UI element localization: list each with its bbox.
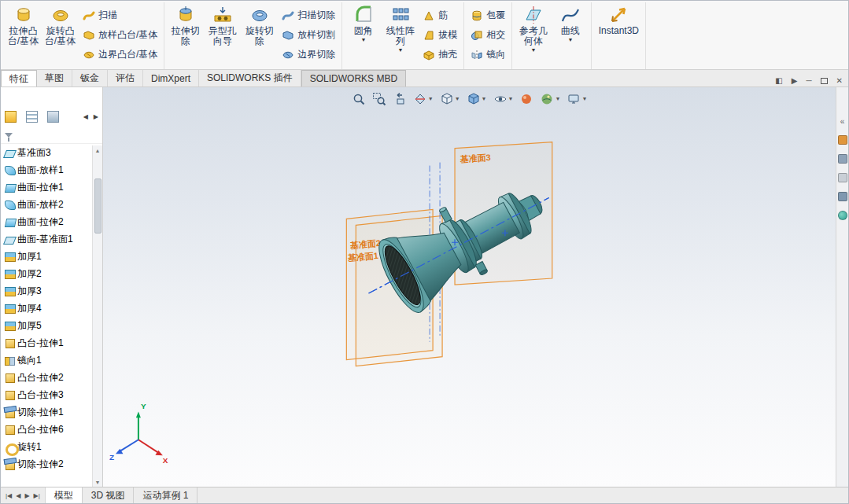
file-explorer-icon[interactable] (838, 173, 847, 182)
tree-item[interactable]: 凸台-拉伸3 (4, 386, 102, 403)
filter-icon[interactable] (5, 133, 13, 138)
tree-item[interactable]: 曲面-拉伸1 (4, 178, 102, 196)
tree-item[interactable]: 切除-拉伸2 (4, 455, 102, 473)
boundary-boss-label: 边界凸台/基体 (98, 48, 157, 61)
view-palette-icon[interactable] (838, 192, 847, 201)
revolve-feature-icon (4, 441, 16, 453)
graphics-area[interactable]: ▼ ▼ ▼ ▼ ▼ ▼ (103, 87, 836, 487)
edit-appearance-icon[interactable] (518, 91, 535, 107)
tree-item[interactable]: 加厚1 (4, 248, 102, 265)
hide-show-items-icon[interactable]: ▼ (492, 91, 515, 107)
reference-geometry-button[interactable]: 参考几 何体 ▼ (515, 3, 552, 66)
fillet-caret-icon[interactable]: ▼ (360, 37, 366, 43)
configurationmanager-icon[interactable] (47, 111, 59, 123)
minimize-icon[interactable]: ─ (807, 75, 812, 86)
mirror-icon (471, 49, 483, 61)
zoom-fit-icon[interactable] (350, 91, 367, 107)
swept-cut-icon (282, 9, 294, 22)
linear-pattern-button[interactable]: 线性阵 列 ▼ (382, 3, 419, 66)
propertymanager-icon[interactable] (26, 111, 38, 123)
instant3d-button[interactable]: Instant3D (594, 3, 643, 66)
featuremanager-tree-icon[interactable] (5, 111, 17, 123)
bottom-tab-motion-study[interactable]: 运动算例 1 (134, 487, 197, 503)
tree-item[interactable]: 曲面-放样2 (4, 196, 102, 213)
tab-features[interactable]: 特征 (1, 70, 37, 86)
nav-prev-icon[interactable]: ◀ (15, 492, 21, 499)
tree-item[interactable]: 加厚2 (4, 265, 102, 282)
restore-icon[interactable] (821, 78, 828, 84)
shell-button[interactable]: 抽壳 (420, 45, 460, 64)
panel-prev-icon[interactable]: ◀ (83, 113, 88, 120)
scrollbar-thumb[interactable] (94, 178, 102, 234)
reference-geometry-caret-icon[interactable]: ▼ (530, 47, 536, 53)
collapse-chevron-icon[interactable]: « (840, 117, 845, 126)
design-library-icon[interactable] (838, 154, 847, 164)
nav-last-icon[interactable]: ▶| (33, 492, 41, 499)
lofted-boss-icon (83, 29, 95, 42)
swept-cut-button[interactable]: 扫描切除 (279, 6, 338, 25)
fillet-button[interactable]: 圆角 ▼ (345, 3, 382, 66)
section-view-icon[interactable]: ▼ (412, 91, 435, 107)
tree-item[interactable]: 加厚4 (4, 300, 102, 317)
tree-item[interactable]: 加厚3 (4, 282, 102, 300)
zoom-area-icon[interactable] (371, 91, 388, 107)
bottom-tab-3d-views[interactable]: 3D 视图 (83, 487, 135, 503)
scroll-up-icon[interactable]: ▲ (95, 145, 101, 155)
tree-item[interactable]: 凸台-拉伸2 (4, 369, 102, 386)
tab-solidworks-addins[interactable]: SOLIDWORKS 插件 (199, 70, 301, 86)
boundary-cut-button[interactable]: 边界切除 (279, 45, 338, 64)
tab-evaluate[interactable]: 评估 (108, 70, 143, 86)
boundary-boss-button[interactable]: 边界凸台/基体 (80, 45, 160, 64)
tab-sheet-metal[interactable]: 钣金 (72, 70, 108, 86)
tree-item[interactable]: 曲面-放样1 (4, 161, 102, 178)
scroll-down-icon[interactable]: ▼ (95, 477, 101, 487)
display-style-icon[interactable]: ▼ (465, 91, 489, 107)
revolve-boss-button[interactable]: 旋转凸 台/基体 (42, 3, 79, 66)
panel-next-icon[interactable]: ▶ (94, 113, 98, 120)
tab-dimxpert[interactable]: DimXpert (143, 70, 199, 86)
plane-icon (4, 147, 16, 159)
tab-sketch[interactable]: 草图 (37, 70, 72, 86)
revolve-cut-button[interactable]: 旋转切 除 (241, 3, 278, 66)
rib-button[interactable]: 筋 (420, 6, 460, 25)
tab-solidworks-mbd[interactable]: SOLIDWORKS MBD (301, 70, 406, 86)
hole-wizard-button[interactable]: 异型孔 向导 (204, 3, 241, 66)
curves-caret-icon[interactable]: ▼ (567, 37, 573, 43)
nav-next-icon[interactable]: ▶ (24, 492, 30, 499)
tree-item[interactable]: 曲面-拉伸2 (4, 213, 102, 230)
wrap-icon (471, 9, 483, 22)
lofted-cut-button[interactable]: 放样切割 (279, 25, 338, 45)
previous-view-icon[interactable] (391, 91, 408, 107)
wrap-button[interactable]: 包覆 (468, 6, 508, 25)
apply-scene-icon[interactable]: ▼ (538, 91, 562, 107)
lofted-boss-button[interactable]: 放样凸台/基体 (80, 25, 160, 45)
tree-item[interactable]: 镜向1 (4, 351, 102, 369)
intersect-button[interactable]: 相交 (468, 25, 508, 45)
curves-button[interactable]: 曲线 ▼ (552, 3, 589, 66)
tree-item[interactable]: 凸台-拉伸6 (4, 421, 102, 438)
draft-button[interactable]: 拔模 (420, 25, 460, 45)
bottom-tab-model[interactable]: 模型 (46, 487, 83, 503)
pane-toggle-icon[interactable]: ◧ (775, 75, 782, 86)
tree-item[interactable]: 切除-拉伸1 (4, 403, 102, 421)
tree-item[interactable]: 曲面-基准面1 (4, 230, 102, 248)
nav-first-icon[interactable]: |◀ (5, 492, 13, 499)
resources-icon[interactable] (838, 135, 847, 145)
close-icon[interactable]: ✕ (836, 75, 843, 86)
tree-item[interactable]: 加厚5 (4, 317, 102, 334)
swept-boss-button[interactable]: 扫描 (80, 6, 160, 25)
solidworks-window: 拉伸凸 台/基体 旋转凸 台/基体 扫描 放样凸台/基体 边界凸台/基体 (0, 0, 849, 504)
tree-item[interactable]: 凸台-拉伸1 (4, 334, 102, 351)
extrude-boss-button[interactable]: 拉伸凸 台/基体 (5, 3, 42, 66)
linear-pattern-caret-icon[interactable]: ▼ (397, 47, 403, 53)
extrude-cut-button[interactable]: 拉伸切 除 (167, 3, 204, 66)
tree-item[interactable]: 基准面3 (4, 144, 102, 161)
mirror-button[interactable]: 镜向 (468, 45, 508, 64)
surface-extrude-icon (4, 182, 16, 193)
expand-pane-icon[interactable]: ▶ (792, 75, 798, 86)
view-orientation-icon[interactable]: ▼ (438, 91, 462, 107)
tree-item[interactable]: 旋转1 (4, 438, 102, 455)
tree-scrollbar[interactable]: ▲ ▼ (92, 145, 102, 487)
view-settings-icon[interactable]: ▼ (565, 91, 589, 107)
appearances-icon[interactable] (838, 211, 847, 220)
